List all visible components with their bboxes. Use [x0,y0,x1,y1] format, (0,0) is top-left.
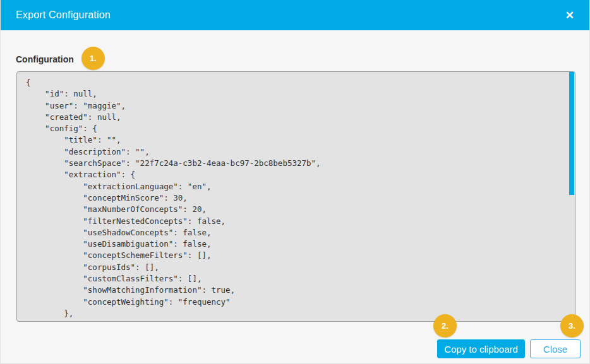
step-badge-2: 2. [433,314,457,338]
close-icon[interactable]: ✕ [563,8,577,23]
configuration-field-label: Configuration [16,54,74,64]
step-badge-3: 3. [560,314,584,338]
copy-to-clipboard-button[interactable]: Copy to clipboard [437,339,525,358]
close-button[interactable]: Close [530,339,581,358]
configuration-textarea[interactable]: { "id": null, "user": "maggie", "created… [16,71,575,322]
page-title: Export Configuration [16,9,111,21]
modal-header: Export Configuration ✕ [1,0,589,30]
vertical-scrollbar-thumb[interactable] [569,72,574,195]
configuration-json-text: { "id": null, "user": "maggie", "created… [17,72,575,322]
step-badge-1: 1. [81,47,105,70]
